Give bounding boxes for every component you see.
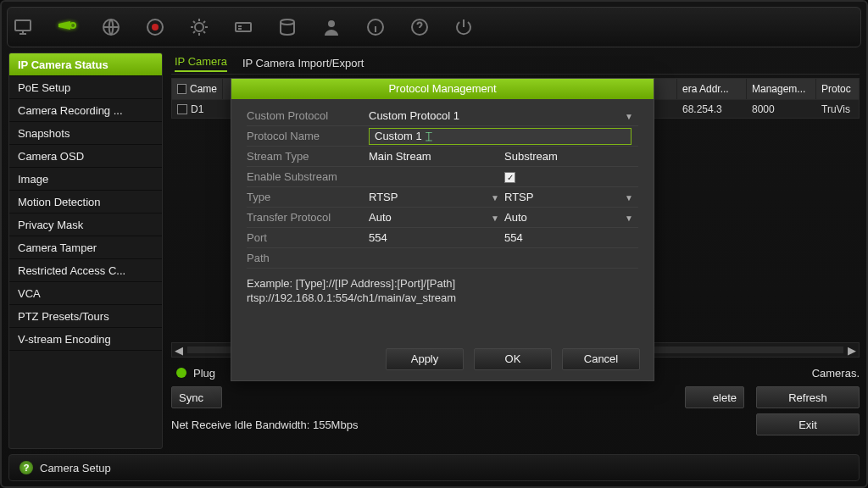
th-addr: era Addr... [677, 79, 747, 99]
svg-rect-0 [15, 20, 31, 30]
path-label: Path [247, 252, 369, 264]
transfer-main-select[interactable]: Auto▼ [369, 211, 504, 224]
hdd-icon[interactable] [275, 15, 299, 39]
dialog-button-row: Apply OK Cancel [231, 341, 654, 380]
camera-icon[interactable] [55, 15, 79, 39]
enable-substream-label: Enable Substream [247, 170, 369, 183]
scroll-left-icon[interactable]: ◀ [172, 344, 186, 357]
status-suffix: Cameras. [812, 367, 860, 380]
sidebar-item-vstream-encoding[interactable]: V-stream Encoding [9, 328, 162, 351]
user-icon[interactable] [320, 15, 343, 39]
transfer-sub-select[interactable]: Auto▼ [504, 211, 638, 224]
info-icon[interactable] [364, 15, 387, 39]
footer-bar: ? Camera Setup [8, 454, 860, 481]
stream-main-label: Main Stream [369, 150, 504, 163]
top-toolbar [7, 7, 861, 47]
chevron-down-icon: ▼ [625, 193, 633, 202]
chevron-down-icon: ▼ [491, 214, 499, 223]
monitor-icon[interactable] [11, 15, 35, 39]
svg-point-5 [195, 23, 203, 31]
bandwidth-label: Net Receive Idle Bandwidth: 155Mbps [171, 419, 358, 431]
example-text: Example: [Type]://[IP Address]:[Port]/[P… [247, 269, 638, 331]
ok-button[interactable]: OK [474, 348, 552, 370]
sync-button[interactable]: Sync [171, 386, 222, 408]
chevron-down-icon: ▼ [625, 112, 633, 121]
delete-button[interactable]: elete [685, 386, 744, 408]
network-icon[interactable] [99, 15, 123, 39]
sidebar-item-snapshots[interactable]: Snapshots [9, 122, 162, 145]
select-row-checkbox[interactable] [177, 104, 187, 114]
power-icon[interactable] [452, 15, 476, 39]
sidebar-item-vca[interactable]: VCA [9, 282, 162, 305]
sidebar-item-image[interactable]: Image [9, 168, 162, 191]
port-main-input[interactable]: 554 [369, 231, 504, 244]
td-protocol: TruVis [816, 103, 859, 115]
th-camera-no: Came [190, 83, 217, 95]
tab-ip-camera-import-export[interactable]: IP Camera Import/Export [242, 57, 364, 69]
main-area: IP Camera Status PoE Setup Camera Record… [8, 53, 860, 449]
svg-point-8 [328, 20, 335, 27]
type-main-select[interactable]: RTSP▼ [369, 191, 504, 203]
td-camera: D1 [191, 103, 203, 115]
dialog-title: Protocol Management [231, 79, 654, 99]
chevron-down-icon: ▼ [625, 214, 633, 223]
svg-rect-6 [236, 23, 251, 31]
sidebar-item-ip-camera-status[interactable]: IP Camera Status [9, 53, 162, 76]
sidebar-item-poe-setup[interactable]: PoE Setup [9, 76, 162, 99]
select-all-checkbox[interactable] [177, 84, 186, 94]
content-area: IP Camera IP Camera Import/Export Came e… [163, 53, 860, 449]
alarm-icon[interactable] [187, 15, 211, 39]
custom-protocol-select[interactable]: Custom Protocol 1▼ [369, 109, 638, 122]
sidebar-item-camera-tamper[interactable]: Camera Tamper [9, 236, 162, 259]
sidebar-item-privacy-mask[interactable]: Privacy Mask [9, 214, 162, 236]
custom-protocol-label: Custom Protocol [247, 109, 369, 122]
sidebar-item-ptz-presets[interactable]: PTZ Presets/Tours [9, 305, 162, 328]
stream-type-label: Stream Type [247, 150, 369, 163]
stream-sub-label: Substream [504, 150, 638, 163]
transfer-protocol-label: Transfer Protocol [247, 211, 369, 224]
sidebar-item-camera-osd[interactable]: Camera OSD [9, 145, 162, 168]
svg-point-7 [281, 19, 294, 25]
refresh-button[interactable]: Refresh [756, 386, 860, 408]
port-label: Port [247, 231, 369, 244]
device-icon[interactable] [231, 15, 255, 39]
exit-button[interactable]: Exit [756, 413, 860, 435]
content-tabs: IP Camera IP Camera Import/Export [171, 53, 860, 75]
help-icon[interactable] [408, 15, 431, 39]
protocol-name-label: Protocol Name [247, 130, 369, 142]
port-sub-input[interactable]: 554 [504, 231, 638, 244]
help-icon[interactable]: ? [19, 461, 33, 474]
sidebar-item-motion-detection[interactable]: Motion Detection [9, 191, 162, 214]
type-label: Type [247, 191, 369, 203]
th-management: Managem... [747, 79, 816, 99]
cancel-button[interactable]: Cancel [562, 348, 640, 370]
status-dot-icon [176, 368, 186, 378]
apply-button[interactable]: Apply [386, 348, 464, 370]
main-button-row: Sync elete Refresh [171, 386, 860, 408]
enable-substream-checkbox[interactable]: ✓ [504, 172, 515, 183]
svg-point-4 [152, 24, 159, 30]
type-sub-select[interactable]: RTSP▼ [504, 191, 638, 203]
chevron-down-icon: ▼ [491, 193, 499, 202]
status-prefix: Plug [193, 367, 215, 380]
scroll-right-icon[interactable]: ▶ [845, 344, 859, 357]
th-protocol: Protoc [816, 79, 859, 99]
protocol-name-input[interactable]: Custom 1⌶ [369, 128, 632, 145]
td-addr: 68.254.3 [677, 103, 747, 115]
protocol-management-dialog: Protocol Management Custom Protocol Cust… [231, 78, 654, 381]
td-management: 8000 [747, 103, 816, 115]
sidebar-item-camera-recording[interactable]: Camera Recording ... [9, 99, 162, 122]
sidebar: IP Camera Status PoE Setup Camera Record… [8, 53, 163, 449]
text-cursor-icon: ⌶ [426, 130, 432, 142]
record-icon[interactable] [143, 15, 167, 39]
svg-point-1 [70, 23, 75, 28]
sidebar-item-restricted-access[interactable]: Restricted Access C... [9, 259, 162, 282]
footer-label: Camera Setup [40, 462, 111, 474]
tab-ip-camera[interactable]: IP Camera [175, 55, 227, 72]
